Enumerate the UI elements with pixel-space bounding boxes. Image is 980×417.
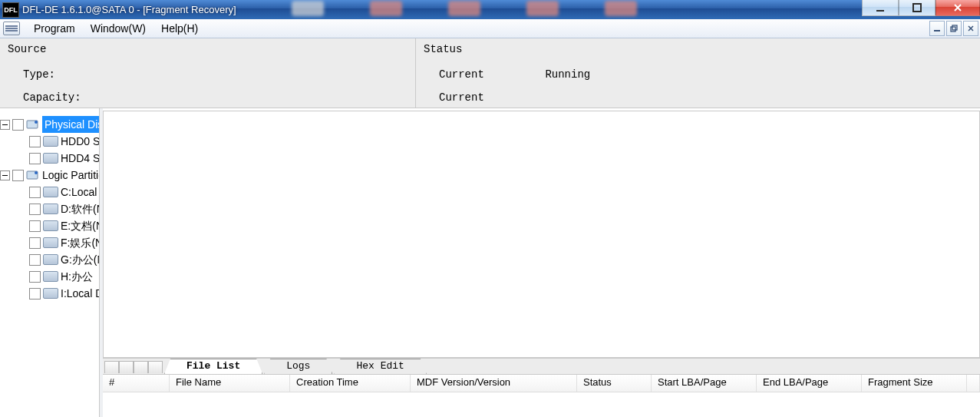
menu-help[interactable]: Help(H)	[153, 21, 206, 36]
tree-label: I:Local Disks(FAT32	[61, 285, 100, 302]
drive-icon	[43, 237, 58, 248]
col-num[interactable]: #	[103, 375, 170, 392]
capacity-label: Capacity:	[23, 86, 81, 109]
status-panel: Status Current Running Current	[416, 38, 980, 108]
tree-label: Logic Partition	[42, 167, 100, 184]
tree-pane: Physical Disk HDD0 ST500LT012HDD4 SanDis…	[0, 108, 100, 417]
tree-item[interactable]: D:软件(NTFS[101G	[29, 200, 99, 217]
col-mdf-version[interactable]: MDF Version/Version	[411, 375, 577, 392]
current1-label: Current	[439, 63, 539, 86]
col-creation-time[interactable]: Creation Time	[290, 375, 411, 392]
close-button[interactable]	[935, 0, 980, 16]
checkbox[interactable]	[29, 220, 41, 232]
tab-file-list[interactable]: File List	[164, 359, 262, 374]
drive-icon	[43, 153, 58, 164]
tree-item[interactable]: HDD4 SanDisk Cru	[29, 150, 99, 167]
menu-program[interactable]: Program	[26, 21, 83, 36]
tree-label: HDD0 ST500LT012	[61, 133, 100, 150]
table-body	[103, 392, 980, 417]
tree-item[interactable]: E:文档(NTFS[100GB	[29, 217, 99, 234]
tree-root-physical-disk[interactable]: Physical Disk	[0, 116, 99, 133]
checkbox[interactable]	[29, 271, 41, 283]
window-title: DFL-DE 1.6.1.0@SATA 0 - [Fragment Recove…	[22, 4, 236, 15]
current1-value: Running	[545, 63, 590, 86]
drive-icon	[43, 204, 58, 214]
collapse-icon[interactable]	[0, 120, 10, 130]
tab-row: File List Logs Hex Edit	[103, 359, 980, 374]
tab-hex-edit[interactable]: Hex Edit	[334, 359, 426, 374]
checkbox[interactable]	[29, 153, 41, 164]
svg-rect-3	[951, 27, 955, 31]
mini-button-2[interactable]	[119, 361, 134, 373]
svg-rect-0	[876, 10, 884, 12]
col-start-lba[interactable]: Start LBA/Page	[652, 375, 757, 392]
tree-label: HDD4 SanDisk Cru	[61, 150, 100, 167]
drive-icon	[43, 220, 58, 231]
drive-icon	[43, 271, 58, 282]
table-header: # File Name Creation Time MDF Version/Ve…	[103, 374, 980, 392]
checkbox[interactable]	[12, 170, 24, 181]
tree-label: Physical Disk	[42, 116, 100, 133]
status-label: Status	[424, 43, 975, 55]
tree-label: C:Local Disks(NTFS	[61, 184, 100, 200]
tree-label: F:娱乐(NTFS[100GB	[61, 234, 100, 251]
col-end-lba[interactable]: End LBA/Page	[757, 375, 862, 392]
checkbox[interactable]	[29, 187, 41, 198]
tree-item[interactable]: H:办公	[29, 268, 99, 285]
tree-item[interactable]: I:Local Disks(FAT32	[29, 285, 99, 302]
source-panel: Source Type: Capacity:	[0, 38, 416, 108]
menu-bar: Program Window(W) Help(H)	[0, 19, 980, 38]
svg-rect-4	[952, 25, 957, 30]
window-titlebar: DFL DFL-DE 1.6.1.0@SATA 0 - [Fragment Re…	[0, 0, 980, 19]
mdi-minimize-button[interactable]	[929, 21, 945, 36]
type-label: Type:	[23, 63, 55, 86]
collapse-icon[interactable]	[0, 170, 10, 180]
mini-button-3[interactable]	[134, 361, 148, 373]
system-menu-icon[interactable]	[3, 22, 20, 35]
maximize-button[interactable]	[899, 0, 935, 16]
disk-group-icon	[26, 169, 40, 181]
canvas-area	[103, 111, 980, 358]
minimize-button[interactable]	[862, 0, 899, 16]
source-label: Source	[8, 43, 411, 55]
col-file-name[interactable]: File Name	[170, 375, 290, 392]
col-fragment-size[interactable]: Fragment Size	[862, 375, 967, 392]
tab-logs[interactable]: Logs	[264, 359, 332, 374]
checkbox[interactable]	[29, 204, 41, 215]
drive-icon	[43, 136, 58, 147]
svg-point-6	[35, 121, 38, 124]
info-strip: Source Type: Capacity: Status Current Ru…	[0, 38, 980, 108]
checkbox[interactable]	[29, 254, 41, 266]
tree-label: D:软件(NTFS[101G	[61, 200, 100, 217]
svg-rect-1	[913, 4, 921, 12]
mini-button-4[interactable]	[148, 361, 163, 373]
disk-group-icon	[26, 118, 40, 131]
background-blur	[292, 1, 637, 18]
tree-item[interactable]: G:办公(NTFS[99GB	[29, 251, 99, 268]
col-extra[interactable]	[967, 375, 980, 392]
tree-item[interactable]: F:娱乐(NTFS[100GB	[29, 234, 99, 251]
checkbox[interactable]	[29, 136, 41, 147]
drive-icon	[43, 254, 58, 265]
checkbox[interactable]	[29, 288, 41, 300]
bottom-panel: File List Logs Hex Edit # File Name Crea…	[103, 358, 980, 417]
tree-root-logic-partition[interactable]: Logic Partition	[0, 167, 99, 184]
tree-item[interactable]: HDD0 ST500LT012	[29, 133, 99, 150]
app-icon: DFL	[2, 2, 19, 18]
checkbox[interactable]	[12, 119, 24, 131]
current2-label: Current	[439, 86, 539, 109]
right-pane: File List Logs Hex Edit # File Name Crea…	[100, 108, 980, 417]
checkbox[interactable]	[29, 237, 41, 249]
tree-label: G:办公(NTFS[99GB	[61, 251, 100, 268]
svg-point-8	[35, 171, 38, 174]
svg-rect-2	[934, 30, 940, 31]
col-status[interactable]: Status	[577, 375, 652, 392]
tree-label: E:文档(NTFS[100GB	[61, 217, 100, 234]
menu-window[interactable]: Window(W)	[83, 21, 153, 36]
mini-button-1[interactable]	[104, 361, 119, 373]
mdi-close-button[interactable]	[963, 21, 978, 36]
drive-icon	[43, 187, 58, 197]
drive-icon	[43, 288, 58, 299]
tree-item[interactable]: C:Local Disks(NTFS	[29, 184, 99, 200]
mdi-restore-button[interactable]	[946, 21, 962, 36]
